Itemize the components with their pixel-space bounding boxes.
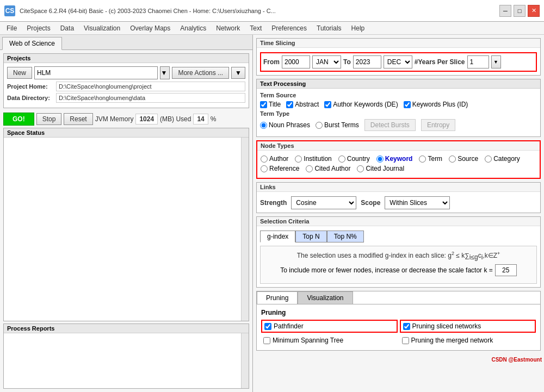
radio-cited-journal[interactable]: Cited Journal [357,165,404,172]
more-actions-dropdown[interactable]: ▼ [231,67,245,79]
node-types-section: Node Types Author Institution Country Ke… [256,140,541,179]
menu-projects[interactable]: Projects [22,23,54,33]
years-per-slice-dropdown[interactable]: ▼ [491,55,501,69]
minimize-button[interactable]: ─ [499,5,511,17]
pruning-merged-network[interactable]: Pruning the merged network [400,335,536,346]
years-per-slice-input[interactable] [467,55,489,69]
project-home-label: Project Home: [7,83,56,90]
time-slicing-section: Time Slicing From JANFEBMAR To DECNOVOCT… [256,38,541,76]
left-panel: Web of Science Projects New ▼ More Actio… [0,35,253,392]
tab-header: Web of Science [0,35,252,50]
links-title: Links [257,183,540,192]
checkbox-keywords-plus[interactable]: Keywords Plus (ID) [404,101,468,108]
radio-term[interactable]: Term [419,155,442,163]
pruning-content: Pruning Pathfinder Pruning sliced networ… [257,304,540,350]
data-directory-label: Data Directory: [7,95,56,101]
selection-criteria-tabs: g-index Top N Top N% [260,231,537,242]
menu-text[interactable]: Text [245,23,266,33]
term-source-title: Term Source [260,92,537,98]
formula-text: The selection uses a modified g-index in… [265,251,532,261]
detect-bursts-button[interactable]: Detect Bursts [364,119,416,131]
menu-network[interactable]: Network [212,23,244,33]
from-year-input[interactable] [282,55,310,69]
tab-g-index[interactable]: g-index [260,231,295,242]
strength-select[interactable]: Cosine Pearson Jaccard [291,196,356,209]
checkbox-title[interactable]: Title [260,101,281,108]
percent-label: % [211,115,217,123]
scope-select[interactable]: Within Slices Overall [385,196,450,209]
time-slicing-row: From JANFEBMAR To DECNOVOCT #Years Per S… [260,52,537,72]
radio-keyword[interactable]: Keyword [376,155,413,163]
radio-noun-phrases[interactable]: Noun Phrases [260,121,310,129]
radio-burst-terms[interactable]: Burst Terms [316,121,359,129]
pruning-section: Pruning Visualization Pruning Pathfinder… [256,291,541,351]
space-status-scrollbar[interactable] [241,138,249,321]
watermark-container: CSDN @Eastmount [253,354,544,365]
space-status-content [4,138,241,321]
window-title: CiteSpace 6.2.R4 (64-bit) Basic - (c) 20… [20,8,495,14]
entropy-button[interactable]: Entropy [421,119,455,131]
radio-source[interactable]: Source [449,155,478,163]
main-layout: Web of Science Projects New ▼ More Actio… [0,35,544,392]
maximize-button[interactable]: □ [514,5,526,17]
radio-category[interactable]: Category [485,155,520,163]
tab-top-n-percent[interactable]: Top N% [327,231,364,242]
from-month-select[interactable]: JANFEBMAR [312,55,341,69]
radio-country[interactable]: Country [338,155,370,163]
controls-row: GO! Stop Reset JVM Memory 1024 (MB) Used… [0,110,252,128]
node-types-title: Node Types [257,141,540,151]
menu-preferences[interactable]: Preferences [267,23,311,33]
process-reports-scrollbar[interactable] [241,333,249,388]
jvm-memory-value: 1024 [135,114,158,125]
more-actions-button[interactable]: More Actions ... [172,67,229,79]
radio-institution[interactable]: Institution [295,155,331,163]
radio-cited-author[interactable]: Cited Author [306,165,350,172]
menu-data[interactable]: Data [56,23,78,33]
scale-factor-row: To include more or fewer nodes, increase… [265,264,532,276]
pruning-sliced-networks[interactable]: Pruning sliced networks [400,320,536,333]
radio-author[interactable]: Author [261,155,288,163]
reset-button[interactable]: Reset [64,113,92,125]
close-button[interactable]: ✕ [528,5,540,17]
links-section: Links Strength Cosine Pearson Jaccard Sc… [256,182,541,213]
menu-help[interactable]: Help [347,23,369,33]
project-name-input[interactable] [34,66,158,79]
pruning-grid: Pathfinder Pruning sliced networks Minim… [261,320,536,346]
selection-criteria-title: Selection Criteria [257,217,540,226]
node-types-row1: Author Institution Country Keyword Term … [261,155,536,163]
tab-top-n[interactable]: Top N [295,231,326,242]
go-button[interactable]: GO! [3,113,34,126]
tab-web-of-science[interactable]: Web of Science [2,37,62,50]
checkbox-author-keywords[interactable]: Author Keywords (DE) [324,101,398,108]
menu-analytics[interactable]: Analytics [176,23,211,33]
space-status-body [4,138,249,321]
pruning-minimum-spanning-tree[interactable]: Minimum Spanning Tree [261,335,398,346]
pruning-subtitle: Pruning [261,309,536,316]
checkbox-abstract[interactable]: Abstract [286,101,319,108]
menu-overlay-maps[interactable]: Overlay Maps [126,23,175,33]
projects-header: Projects [4,54,249,63]
tab-pruning[interactable]: Pruning [257,291,298,304]
stop-button[interactable]: Stop [36,113,62,125]
new-project-button[interactable]: New [7,67,32,79]
menu-tutorials[interactable]: Tutorials [312,23,346,33]
strength-label: Strength [260,199,287,207]
tab-visualization[interactable]: Visualization [298,291,353,304]
app-icon: CS [4,5,15,16]
process-reports-content [4,333,241,388]
menu-visualization[interactable]: Visualization [79,23,125,33]
menu-file[interactable]: File [2,23,21,33]
to-month-select[interactable]: DECNOVOCT [384,55,412,69]
scope-label: Scope [361,199,380,207]
to-year-input[interactable] [353,55,381,69]
space-status-header: Space Status [4,128,249,138]
process-reports-header: Process Reports [4,324,249,333]
selection-criteria-content: The selection uses a modified g-index in… [260,246,537,284]
text-processing-section: Text Processing Term Source Title Abstra… [256,79,541,137]
pruning-pathfinder[interactable]: Pathfinder [261,320,398,333]
selection-criteria-section: Selection Criteria g-index Top N Top N% … [256,216,541,288]
process-reports-body [4,333,249,388]
radio-reference[interactable]: Reference [261,165,299,172]
scale-value-input[interactable] [495,264,517,276]
project-select-dropdown[interactable]: ▼ [160,66,170,79]
